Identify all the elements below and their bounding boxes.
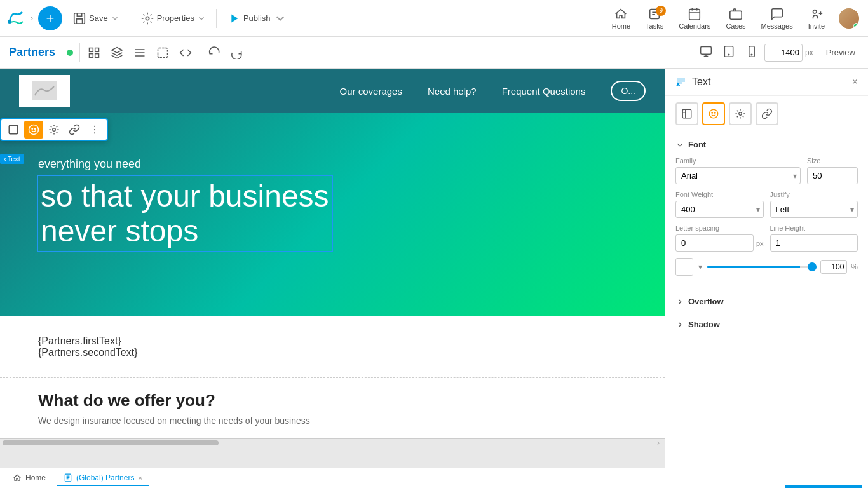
publish-icon — [227, 11, 241, 25]
svg-rect-6 — [730, 11, 742, 19]
size-input[interactable] — [807, 167, 858, 184]
hero-spacer — [38, 139, 627, 158]
select-button[interactable] — [154, 44, 172, 62]
justify-select[interactable]: Left — [770, 201, 858, 218]
svg-point-2 — [146, 17, 149, 20]
add-button[interactable]: + — [38, 6, 62, 30]
second-toolbar: Partners — [0, 37, 868, 69]
spacing-row: Letter spacing px Line Height — [675, 224, 858, 252]
nav-calendars[interactable]: Calendars — [672, 4, 717, 32]
element-more-button[interactable] — [85, 121, 104, 139]
page-status-dot — [67, 50, 73, 56]
page-tab-icon — [64, 473, 72, 482]
family-select[interactable]: Arial — [675, 167, 801, 184]
nav-messages[interactable]: Messages — [755, 4, 799, 32]
nav-calendars-label: Calendars — [679, 22, 710, 30]
font-weight-justify-row: Font Weight 400 ▾ Justify Left ▾ — [675, 191, 858, 218]
mobile-viewport-button[interactable] — [742, 43, 762, 62]
horizontal-scrollbar[interactable]: › — [0, 438, 665, 446]
code-icon — [179, 46, 192, 59]
svg-point-29 — [712, 112, 713, 114]
weight-select-wrapper: 400 ▾ — [675, 201, 764, 218]
offer-title: What do we offer you? — [38, 391, 627, 410]
panel-close-button[interactable]: × — [852, 76, 858, 88]
publish-button[interactable]: Publish — [222, 9, 292, 28]
letter-spacing-input[interactable] — [675, 234, 754, 252]
viewport-width-input[interactable] — [764, 44, 803, 62]
nav-button[interactable] — [131, 44, 149, 62]
content-section: {Partners.firstText} {Partners.secondTex… — [0, 316, 665, 378]
nav-home[interactable]: Home — [606, 4, 637, 32]
svg-point-0 — [8, 20, 11, 24]
nav-help[interactable]: Need help? — [428, 86, 477, 97]
panel-layout-tab[interactable] — [675, 102, 698, 125]
shadow-section[interactable]: Shadow — [665, 313, 868, 336]
nav-cases[interactable]: Cases — [719, 4, 752, 32]
logo-icon — [6, 9, 25, 28]
tablet-viewport-button[interactable] — [719, 43, 739, 62]
family-label: Family — [675, 157, 801, 165]
layers-button[interactable] — [108, 44, 126, 62]
panel-title-group: A Text — [675, 76, 710, 88]
code-button[interactable] — [177, 44, 194, 62]
svg-rect-9 — [95, 48, 99, 51]
canvas-area: Our coverages Need help? Frequent Questi… — [0, 69, 665, 468]
tab-close-button[interactable]: × — [138, 474, 142, 482]
color-dropdown-button[interactable]: ▾ — [698, 262, 702, 271]
breadcrumb-chevron[interactable]: › — [31, 14, 33, 23]
canvas-scroll[interactable]: Our coverages Need help? Frequent Questi… — [0, 69, 665, 468]
scroll-thumb[interactable] — [3, 440, 219, 445]
opacity-slider[interactable] — [707, 266, 817, 268]
size-label: Size — [807, 157, 858, 165]
element-link-button[interactable] — [65, 121, 84, 139]
hero-section: everything you need so that your busines… — [0, 113, 665, 316]
grid-view-button[interactable] — [85, 44, 103, 62]
panel-settings-tab[interactable] — [729, 102, 752, 125]
redo-button[interactable] — [228, 44, 246, 62]
element-settings-button[interactable] — [44, 121, 64, 139]
overflow-section[interactable]: Overflow — [665, 290, 868, 313]
preview-button[interactable]: Preview — [822, 45, 859, 60]
avatar[interactable] — [839, 8, 859, 29]
desktop-viewport-button[interactable] — [696, 43, 716, 62]
element-style-icon — [28, 124, 39, 135]
font-size-col: Size — [807, 157, 858, 184]
home-tab[interactable]: Home — [6, 471, 52, 486]
hero-big-text[interactable]: so that your businessnever stops — [38, 176, 332, 251]
nav-coverages[interactable]: Our coverages — [340, 86, 402, 97]
panel-link-tab[interactable] — [756, 102, 778, 125]
partner-first-text: {Partners.firstText} — [38, 336, 627, 347]
justify-col: Justify Left ▾ — [770, 191, 858, 218]
nav-invite[interactable]: Invite — [802, 4, 831, 32]
save-chevron-icon — [111, 14, 119, 23]
nav-tasks[interactable]: 9 Tasks — [639, 4, 670, 32]
text-element-tag[interactable]: ‹ Text — [0, 154, 24, 164]
element-select-button[interactable] — [4, 121, 23, 139]
global-partners-tab[interactable]: (Global) Partners × — [57, 471, 149, 486]
floating-element-toolbar — [0, 118, 108, 141]
svg-point-17 — [751, 54, 752, 55]
undo-button[interactable] — [205, 44, 223, 62]
nav-faq[interactable]: Frequent Questions — [502, 86, 586, 97]
font-section-title[interactable]: Font — [675, 140, 858, 149]
weight-select[interactable]: 400 — [675, 201, 764, 218]
shadow-label: Shadow — [688, 320, 720, 329]
line-height-input[interactable] — [770, 234, 858, 252]
line-height-label: Line Height — [770, 224, 858, 232]
svg-marker-3 — [231, 14, 238, 22]
save-group[interactable]: Save — [67, 11, 125, 25]
panel-header: A Text × — [665, 69, 868, 96]
desktop-icon — [700, 45, 712, 58]
properties-group[interactable]: Properties — [135, 11, 211, 25]
svg-point-30 — [715, 112, 716, 114]
element-style-button[interactable] — [24, 121, 43, 139]
mobile-icon — [745, 45, 758, 58]
calendars-icon — [688, 7, 702, 21]
opacity-input[interactable] — [820, 260, 847, 274]
color-swatch[interactable] — [675, 258, 693, 276]
svg-rect-13 — [701, 47, 712, 55]
nav-cta[interactable]: O... — [611, 81, 646, 101]
tasks-badge: 9 — [656, 6, 666, 16]
offer-section: What do we offer you? We design insuranc… — [0, 378, 665, 438]
panel-style-tab[interactable] — [702, 102, 725, 125]
